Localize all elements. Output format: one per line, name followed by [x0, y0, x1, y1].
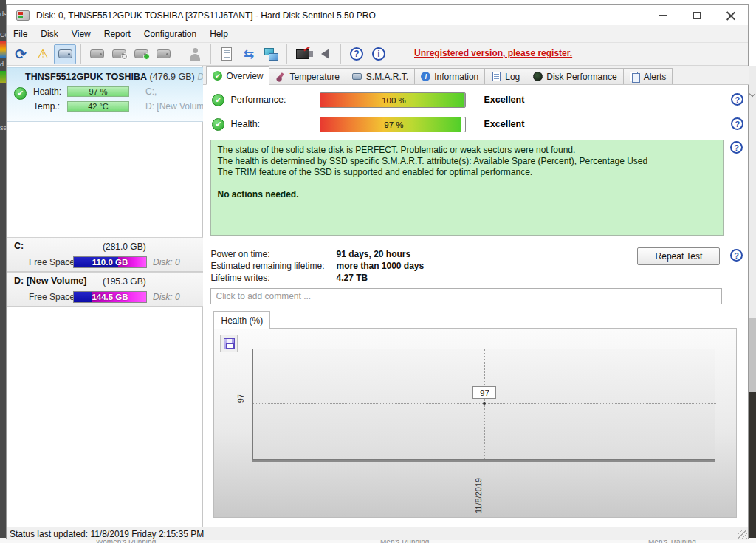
- lifetime-writes-value: 4.27 TB: [336, 273, 368, 283]
- save-icon: [224, 338, 235, 349]
- toolbar-separator: [179, 44, 179, 64]
- partition-size: (281.0 GB): [103, 242, 146, 252]
- titlebar: Disk: 0, THNSF5512GPUK TOSHIBA [37PS11J6…: [7, 5, 748, 25]
- save-chart-button[interactable]: [220, 335, 238, 352]
- toolbar-separator: [80, 44, 81, 64]
- menu-disk[interactable]: Disk: [34, 25, 64, 42]
- background-panel: [749, 66, 756, 318]
- sidebar: THNSF5512GPUK TOSHIBA (476.9 GB) Disk: ✔…: [7, 66, 203, 527]
- disk-status-text: The status of the solid state disk is PE…: [210, 140, 724, 236]
- health-label: Health:: [230, 119, 260, 129]
- performance-label: Performance:: [230, 95, 286, 105]
- check-circle-icon: ✔: [213, 71, 222, 81]
- tab-alerts[interactable]: Alerts: [623, 68, 673, 84]
- free-space-label: Free Space: [29, 257, 75, 267]
- menu-configuration[interactable]: Configuration: [137, 25, 203, 42]
- chart-point-label: 97: [472, 386, 496, 399]
- background-image: [749, 392, 756, 538]
- help-button[interactable]: ?: [346, 44, 368, 64]
- info-icon: i: [372, 47, 385, 61]
- maximize-button[interactable]: [680, 5, 714, 25]
- menu-file[interactable]: File: [7, 25, 34, 42]
- partition-item-d[interactable]: D: [New Volume] (195.3 GB) Free Space 14…: [7, 272, 204, 307]
- tab-label: Disk Performance: [546, 72, 616, 82]
- free-space-label: Free Space: [29, 292, 75, 302]
- disk-repair-button[interactable]: [130, 44, 152, 64]
- disk-overview-button[interactable]: [54, 44, 76, 64]
- sync-button[interactable]: ⇆: [238, 44, 260, 64]
- desktop-left-strip: ds Co d se: [0, 0, 6, 543]
- performance-row: ✔ Performance: 100 % Excellent ?: [203, 92, 749, 109]
- health-bar: 97 %: [320, 117, 466, 132]
- gauge-icon: [532, 72, 543, 82]
- disk-action-button-2[interactable]: [152, 44, 174, 64]
- repeat-test-button[interactable]: Repeat Test: [637, 247, 720, 265]
- disk-test-button[interactable]: [108, 44, 130, 64]
- window-title: Disk: 0, THNSF5512GPUK TOSHIBA [37PS11J6…: [36, 10, 376, 21]
- temp-label: Temp.:: [33, 101, 67, 112]
- disk-icon: [352, 72, 362, 82]
- register-link[interactable]: Unregistered version, please register.: [414, 48, 572, 58]
- main-area: THNSF5512GPUK TOSHIBA (476.9 GB) Disk: ✔…: [7, 66, 748, 527]
- toolbar-separator: [340, 44, 341, 64]
- minimize-icon: [659, 15, 667, 16]
- comment-input[interactable]: Click to add comment ...: [210, 288, 722, 304]
- info-icon: i: [421, 72, 430, 81]
- user-button[interactable]: [184, 44, 206, 64]
- toolbar: ⟳ ⚠ ⇆: [7, 43, 748, 66]
- background-right-strip: [749, 0, 756, 543]
- chart-tab-health[interactable]: Health (%): [213, 311, 270, 329]
- tab-label: S.M.A.R.T.: [366, 72, 408, 82]
- disk-size: (476.9 GB): [150, 72, 195, 82]
- network-button[interactable]: [260, 44, 282, 64]
- tab-smart[interactable]: S.M.A.R.T.: [346, 68, 415, 84]
- app-icon: [16, 10, 30, 21]
- warning-icon: ⚠: [37, 48, 48, 61]
- free-space-value: 110.0 GB: [74, 257, 146, 267]
- tab-information[interactable]: i Information: [414, 68, 485, 84]
- screen: ds Co d se Women's Running Men's Running…: [0, 0, 756, 543]
- help-icon[interactable]: ?: [731, 93, 743, 106]
- disk-list-item[interactable]: THNSF5512GPUK TOSHIBA (476.9 GB) Disk: ✔…: [7, 67, 204, 122]
- performance-rating: Excellent: [484, 95, 524, 105]
- free-space-bar: 144.5 GB: [73, 291, 147, 303]
- health-row: ✔ Health: 97 % Excellent ?: [203, 116, 749, 134]
- menu-report[interactable]: Report: [97, 25, 137, 42]
- desktop-icon-label-fragment: d: [0, 61, 4, 68]
- help-icon[interactable]: ?: [730, 141, 743, 154]
- minimize-button[interactable]: [646, 5, 680, 25]
- resize-grip[interactable]: [738, 530, 747, 539]
- menu-help[interactable]: Help: [203, 25, 235, 42]
- help-icon: ?: [350, 47, 363, 61]
- pages-icon: [630, 72, 640, 82]
- partition-item-c[interactable]: C: (281.0 GB) Free Space 110.0 GB Disk: …: [7, 237, 204, 272]
- partition-disk-number: Disk: 0: [153, 292, 180, 302]
- report-button[interactable]: [216, 44, 238, 64]
- disk-action-button-1[interactable]: [86, 44, 108, 64]
- tab-log[interactable]: Log: [484, 68, 526, 84]
- tab-disk-performance[interactable]: Disk Performance: [526, 68, 623, 84]
- toolbar-separator: [210, 44, 211, 64]
- free-space-value: 144.5 GB: [74, 292, 146, 302]
- help-icon[interactable]: ?: [730, 249, 743, 262]
- tab-temperature[interactable]: Temperature: [269, 68, 346, 84]
- warning-report-button[interactable]: ⚠: [32, 44, 54, 64]
- chart-y-tick: 97: [236, 394, 245, 403]
- disk-icon: [58, 49, 72, 58]
- power-on-time-value: 91 days, 20 hours: [336, 249, 410, 259]
- report-icon: [221, 47, 232, 61]
- background-panel: [749, 318, 756, 392]
- alerts-sound-button[interactable]: [314, 44, 336, 64]
- menu-view[interactable]: View: [65, 25, 97, 42]
- monitor-pen-icon: [296, 49, 309, 59]
- status-line: The TRIM feature of the SSD is supported…: [217, 167, 717, 178]
- close-button[interactable]: [714, 5, 748, 25]
- refresh-button[interactable]: ⟳: [10, 44, 32, 64]
- network-icon: [264, 48, 278, 60]
- help-icon[interactable]: ?: [731, 117, 743, 130]
- sync-icon: ⇆: [244, 48, 254, 61]
- tab-overview[interactable]: ✔ Overview: [206, 66, 269, 85]
- user-icon: [190, 54, 200, 61]
- partition-name: C:: [14, 241, 24, 251]
- about-button[interactable]: i: [368, 44, 390, 64]
